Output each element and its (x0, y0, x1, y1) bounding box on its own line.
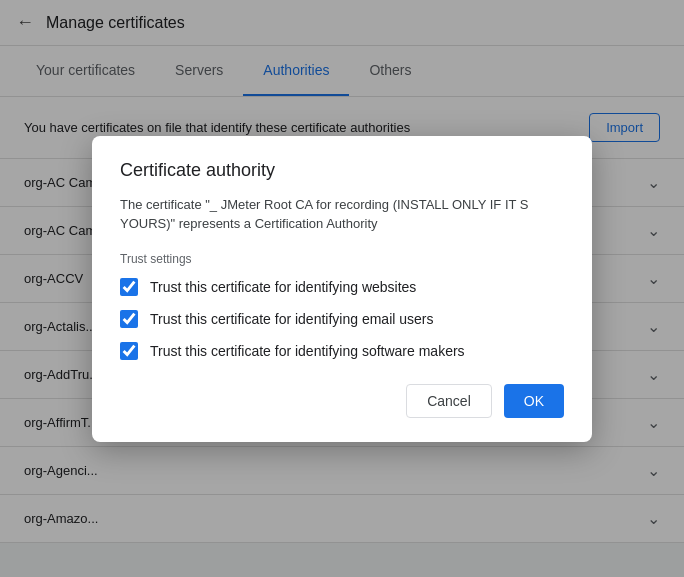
trust-software-checkbox[interactable] (120, 342, 138, 360)
trust-option-email[interactable]: Trust this certificate for identifying e… (120, 310, 564, 328)
ok-button[interactable]: OK (504, 384, 564, 418)
trust-websites-checkbox[interactable] (120, 278, 138, 296)
dialog-description: The certificate "_ JMeter Root CA for re… (120, 195, 564, 234)
trust-option-software[interactable]: Trust this certificate for identifying s… (120, 342, 564, 360)
trust-software-label: Trust this certificate for identifying s… (150, 343, 465, 359)
modal-overlay: Certificate authority The certificate "_… (0, 0, 684, 577)
trust-email-checkbox[interactable] (120, 310, 138, 328)
cancel-button[interactable]: Cancel (406, 384, 492, 418)
dialog-title: Certificate authority (120, 160, 564, 181)
trust-email-label: Trust this certificate for identifying e… (150, 311, 433, 327)
trust-option-websites[interactable]: Trust this certificate for identifying w… (120, 278, 564, 296)
certificate-authority-dialog: Certificate authority The certificate "_… (92, 136, 592, 442)
dialog-actions: Cancel OK (120, 384, 564, 418)
trust-websites-label: Trust this certificate for identifying w… (150, 279, 416, 295)
trust-settings-label: Trust settings (120, 252, 564, 266)
